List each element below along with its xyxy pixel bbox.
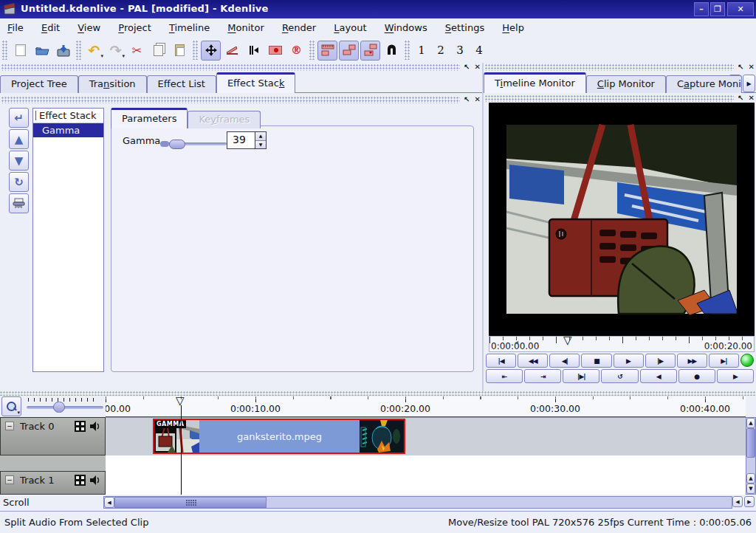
track-1-header[interactable]: − Track 1	[0, 471, 106, 495]
track-0-header[interactable]: − Track 0	[0, 417, 106, 455]
dock-close-icon[interactable]: ✕	[749, 94, 755, 102]
dock-handle[interactable]: ↖✕	[484, 63, 756, 72]
tab-keyframes[interactable]: Keyframes	[188, 111, 261, 128]
show-clips-toggle[interactable]	[339, 41, 359, 61]
menu-help[interactable]: Help	[495, 18, 532, 38]
slider-handle[interactable]	[169, 140, 185, 149]
open-project-button[interactable]	[32, 41, 52, 61]
dock-close-icon[interactable]: ✕	[475, 63, 481, 71]
effect-item-gamma[interactable]: Gamma	[33, 123, 103, 137]
set-outpoint-button[interactable]: ▶	[717, 369, 754, 383]
menu-view[interactable]: View	[70, 18, 108, 38]
play-section-button[interactable]: |▶|	[563, 369, 599, 383]
tab-effect-list[interactable]: Effect List	[147, 75, 216, 93]
frame-back-button[interactable]: ◀|	[549, 354, 580, 368]
dock-restore-icon[interactable]: ↖	[464, 63, 470, 71]
vertical-scroll-thumb[interactable]	[746, 428, 755, 458]
timeline-playhead-line[interactable]	[181, 405, 182, 495]
reset-effect-button[interactable]: ↻	[9, 172, 29, 192]
menu-windows[interactable]: Windows	[377, 18, 435, 38]
loop-section-button[interactable]: ↺	[601, 369, 638, 383]
toolbar-grip[interactable]	[76, 41, 81, 60]
prev-marker-button[interactable]: ⇤	[486, 369, 523, 383]
tab-timeline-monitor[interactable]: Timeline Monitor	[484, 72, 586, 93]
toolbar-grip[interactable]	[193, 41, 198, 60]
marker-button[interactable]	[265, 41, 285, 61]
tab-capture-monitor[interactable]: Capture Monitor	[666, 75, 742, 93]
show-markers-toggle[interactable]	[360, 41, 380, 61]
title-bar[interactable]: Untitled.kdenlive - PAL [modified] - Kde…	[0, 0, 756, 18]
menu-layout[interactable]: Layout	[326, 18, 374, 38]
tab-clip-monitor[interactable]: Clip Monitor	[586, 75, 666, 93]
redo-button[interactable]: ↷▾	[106, 41, 126, 61]
restore-button[interactable]: ❐	[710, 2, 725, 16]
next-marker-button[interactable]: ⇥	[524, 369, 561, 383]
apply-effect-button[interactable]: ↵	[9, 108, 29, 128]
gamma-spinbox[interactable]: 39 ▲ ▼	[227, 131, 267, 149]
scroll-right-button[interactable]: ▶	[744, 496, 755, 507]
menu-settings[interactable]: Settings	[438, 18, 492, 38]
menu-edit[interactable]: Edit	[34, 18, 67, 38]
gamma-slider[interactable]	[160, 139, 227, 149]
spin-down-icon[interactable]: ▼	[255, 141, 266, 149]
toolbar-grip[interactable]	[309, 41, 315, 60]
zoom-slider[interactable]	[27, 406, 103, 409]
timeline-horizontal-scrollbar[interactable]: ◀	[103, 496, 732, 509]
toolbar-grip[interactable]	[2, 41, 7, 60]
layout-2-button[interactable]: 2	[432, 41, 450, 61]
dock-restore-icon[interactable]: ↖	[738, 94, 743, 102]
collapse-track-icon[interactable]: −	[5, 422, 14, 430]
copy-button[interactable]	[148, 41, 168, 61]
layout-4-button[interactable]: 4	[470, 41, 488, 61]
minimize-button[interactable]: –	[694, 2, 709, 16]
paste-button[interactable]	[170, 41, 190, 61]
tab-project-tree[interactable]: Project Tree	[0, 75, 78, 93]
timeline-vertical-scrollbar[interactable]: ▲ ▲ ▼	[746, 417, 756, 495]
record-light[interactable]	[740, 354, 754, 367]
monitor-playhead-icon[interactable]: ▽	[563, 334, 572, 347]
timeline-ruler[interactable]: 0:00:00.00 0:00:10.00 0:00:20.00 0:00:30…	[106, 396, 746, 417]
menu-timeline[interactable]: Timeline	[162, 18, 217, 38]
razor-tool-button[interactable]	[222, 41, 242, 61]
snap-magnet-button[interactable]	[382, 41, 402, 61]
add-marker-button[interactable]: ●	[678, 369, 715, 383]
timeline-clip[interactable]: GAMMA ganksterito.mpeg	[153, 419, 405, 454]
timeline-zoom-button[interactable]: ▾	[1, 396, 21, 416]
tab-transition[interactable]: Transition	[78, 75, 147, 93]
dock-restore-icon[interactable]: ↖	[738, 63, 743, 71]
menu-project[interactable]: Project	[111, 18, 159, 38]
move-effect-down-button[interactable]: ▼	[9, 151, 29, 171]
delete-effect-button[interactable]	[9, 193, 29, 213]
menu-file[interactable]: File	[0, 18, 31, 38]
move-resize-tool-button[interactable]	[201, 41, 221, 61]
layout-3-button[interactable]: 3	[451, 41, 469, 61]
new-document-button[interactable]	[10, 41, 30, 61]
horizontal-scroll-thumb[interactable]	[114, 497, 267, 508]
dock-restore-icon[interactable]: ↖	[464, 95, 470, 103]
collapse-track-icon[interactable]: −	[5, 475, 14, 484]
close-button[interactable]: ✕	[727, 2, 754, 16]
dock-close-icon[interactable]: ✕	[749, 63, 755, 71]
dock-close-icon[interactable]: ✕	[475, 95, 481, 103]
menu-render[interactable]: Render	[275, 18, 323, 38]
save-button[interactable]	[53, 41, 73, 61]
layout-1-button[interactable]: 1	[413, 41, 430, 61]
undo-button[interactable]: ↶▾	[84, 41, 104, 61]
spacer-tool-button[interactable]	[244, 41, 264, 61]
frame-forward-button[interactable]: |▶	[645, 354, 676, 368]
go-to-end-button[interactable]: ▶|	[709, 354, 739, 368]
zoom-slider-handle[interactable]	[53, 402, 65, 413]
scroll-down-button[interactable]: ▼	[746, 484, 755, 494]
set-inpoint-button[interactable]: ◀	[640, 369, 677, 383]
record-button[interactable]: ®	[286, 41, 306, 61]
show-ruler-toggle[interactable]	[317, 41, 337, 61]
spin-up-icon[interactable]: ▲	[255, 132, 266, 141]
rewind-button[interactable]: ◀◀	[518, 354, 548, 368]
go-to-start-button[interactable]: |◀	[486, 354, 516, 368]
stop-button[interactable]: ■	[581, 354, 611, 368]
fast-forward-button[interactable]: ▶▶	[677, 354, 707, 368]
tab-effect-stack[interactable]: Effect Stack	[216, 72, 296, 93]
dock-handle[interactable]: ↖✕	[0, 63, 482, 72]
play-button[interactable]: ▶	[614, 354, 644, 368]
timeline-playhead-icon[interactable]: ▽	[176, 394, 185, 408]
